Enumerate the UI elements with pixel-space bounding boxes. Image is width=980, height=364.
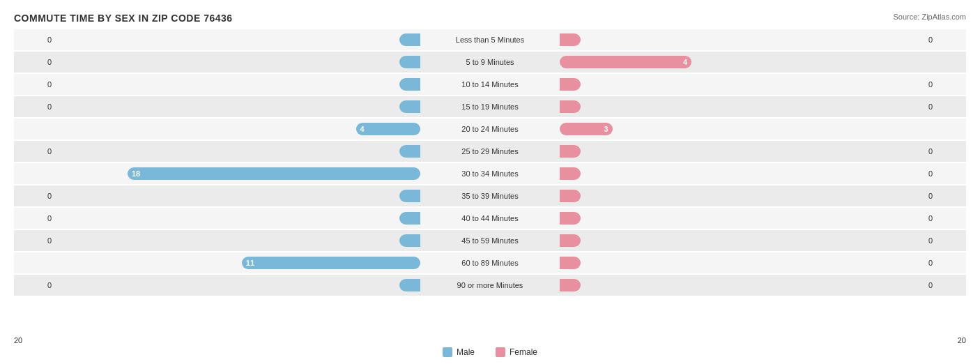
male-bar-container [56, 77, 420, 91]
female-bar-container [560, 278, 924, 292]
female-bar-container [560, 189, 924, 203]
bar-section: Less than 5 Minutes [56, 29, 924, 50]
bar-section: 5 to 9 Minutes 4 [56, 52, 924, 73]
female-value-label: 0 [924, 259, 966, 267]
chart-container: COMMUTE TIME BY SEX IN ZIP CODE 76436 So… [0, 0, 980, 364]
female-bar [560, 100, 581, 113]
male-value-label: 0 [14, 192, 56, 200]
male-label: Male [457, 347, 475, 357]
male-bar-container [56, 189, 420, 203]
source-label: Source: ZipAtlas.com [893, 13, 966, 21]
female-bar [560, 145, 581, 158]
male-value-label: 0 [14, 214, 56, 222]
bar-section: 40 to 44 Minutes [56, 208, 924, 229]
legend-male: Male [443, 347, 475, 357]
male-value-label: 0 [14, 103, 56, 111]
chart-row: 0 5 to 9 Minutes 4 [14, 52, 966, 73]
male-value-label: 0 [14, 281, 56, 289]
bar-section: 90 or more Minutes [56, 275, 924, 296]
female-value-label: 0 [924, 36, 966, 44]
bar-section: 10 to 14 Minutes [56, 74, 924, 95]
row-label: 45 to 59 Minutes [420, 236, 560, 245]
chart-row: 4 20 to 24 Minutes 3 [14, 119, 966, 139]
male-bar [399, 190, 420, 202]
female-value-label: 0 [924, 80, 966, 89]
female-bar-container [560, 33, 924, 47]
female-inside-val: 4 [683, 58, 687, 66]
chart-row: 0 45 to 59 Minutes 0 [14, 230, 966, 251]
male-bar [399, 100, 420, 113]
male-bar [399, 56, 420, 68]
male-bar [399, 212, 420, 225]
male-inside-val: 18 [132, 169, 140, 178]
bar-section: 11 60 to 89 Minutes [56, 252, 924, 273]
row-label: 60 to 89 Minutes [420, 259, 560, 267]
female-value-label: 0 [924, 103, 966, 111]
row-label: 5 to 9 Minutes [420, 58, 560, 66]
female-bar-container: 4 [560, 55, 924, 69]
male-inside-val: 4 [360, 125, 365, 133]
male-bar [399, 78, 420, 91]
male-bar-container: 11 [56, 256, 420, 270]
female-inside-val: 3 [604, 125, 608, 133]
chart-row: 0 Less than 5 Minutes 0 [14, 29, 966, 50]
chart-row: 0 90 or more Minutes 0 [14, 275, 966, 296]
male-bar-container: 4 [56, 122, 420, 136]
female-bar: 3 [560, 123, 613, 135]
bar-section: 15 to 19 Minutes [56, 96, 924, 117]
row-label: Less than 5 Minutes [420, 36, 560, 44]
male-bar [399, 33, 420, 46]
female-bar-container [560, 144, 924, 158]
male-bar [399, 279, 420, 291]
bar-section: 25 to 29 Minutes [56, 141, 924, 162]
bar-section: 4 20 to 24 Minutes 3 [56, 119, 924, 139]
male-inside-val: 11 [246, 259, 254, 267]
male-bar: 11 [242, 257, 420, 269]
chart-row: 18 30 to 34 Minutes 0 [14, 163, 966, 184]
female-bar-container [560, 256, 924, 270]
row-label: 10 to 14 Minutes [420, 80, 560, 89]
male-bar-container [56, 33, 420, 47]
male-value-label: 0 [14, 80, 56, 89]
row-label: 90 or more Minutes [420, 281, 560, 289]
axis-right-label: 20 [958, 336, 966, 344]
male-bar-container [56, 144, 420, 158]
male-bar-container: 18 [56, 167, 420, 181]
male-bar [399, 145, 420, 158]
chart-row: 0 15 to 19 Minutes 0 [14, 96, 966, 117]
female-value-label: 0 [924, 169, 966, 178]
male-value-label: 0 [14, 236, 56, 245]
female-bar [560, 78, 581, 91]
legend: Male Female [0, 347, 980, 357]
male-bar-container [56, 234, 420, 248]
chart-row: 0 10 to 14 Minutes 0 [14, 74, 966, 95]
female-label: Female [510, 347, 537, 357]
male-value-label: 0 [14, 147, 56, 156]
chart-row: 0 25 to 29 Minutes 0 [14, 141, 966, 162]
female-bar [560, 212, 581, 225]
male-value-label: 0 [14, 58, 56, 66]
bar-section: 35 to 39 Minutes [56, 185, 924, 206]
female-value-label: 0 [924, 147, 966, 156]
row-label: 20 to 24 Minutes [420, 125, 560, 133]
female-bar [560, 190, 581, 202]
female-bar-container: 3 [560, 122, 924, 136]
male-bar-container [56, 211, 420, 225]
female-bar [560, 33, 581, 46]
male-bar-container [56, 55, 420, 69]
chart-title: COMMUTE TIME BY SEX IN ZIP CODE 76436 [14, 13, 966, 24]
female-bar [560, 167, 581, 180]
female-bar [560, 257, 581, 269]
female-bar-container [560, 167, 924, 181]
female-bar-container [560, 77, 924, 91]
chart-row: 0 40 to 44 Minutes 0 [14, 208, 966, 229]
female-value-label: 0 [924, 214, 966, 222]
female-value-label: 0 [924, 281, 966, 289]
male-bar: 4 [356, 123, 420, 135]
female-value-label: 0 [924, 236, 966, 245]
bar-section: 45 to 59 Minutes [56, 230, 924, 251]
chart-area: 0 Less than 5 Minutes 0 0 5 to 9 Minutes [14, 29, 966, 322]
female-bar: 4 [560, 56, 691, 68]
female-bar [560, 234, 581, 247]
row-label: 30 to 34 Minutes [420, 169, 560, 178]
